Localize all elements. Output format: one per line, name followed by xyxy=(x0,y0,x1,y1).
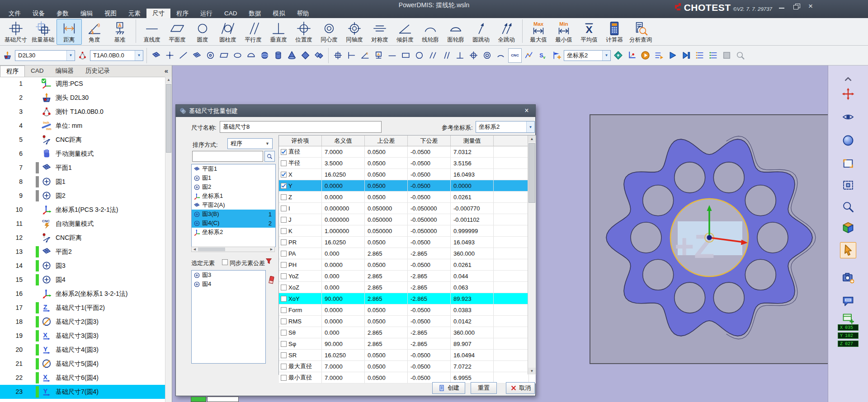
search-button[interactable] xyxy=(264,151,275,162)
element-list-item-圆1[interactable]: 圆1 xyxy=(192,173,275,182)
table-row-直径[interactable]: 直径7.00000.0500-0.05007.0312 xyxy=(279,146,536,158)
reset-button[interactable]: 重置 xyxy=(471,382,497,394)
ribbon-button-batch-basic[interactable]: 批量基础 xyxy=(29,19,57,45)
construct-angle-theta-button[interactable]: θ xyxy=(359,49,371,62)
row-checkbox[interactable] xyxy=(281,330,287,336)
tool-probe-path-button[interactable] xyxy=(523,49,535,62)
selected-element-item-圆4[interactable]: 圆4 xyxy=(192,280,265,289)
panel-collapse-icon[interactable]: « xyxy=(165,65,168,76)
tree-item-手动测量模式[interactable]: 6手动测量模式 xyxy=(0,147,165,161)
construct-perp-button[interactable] xyxy=(454,49,466,62)
cad-viewport[interactable]: +Z xyxy=(590,114,830,364)
run-play-orange-button[interactable] xyxy=(639,49,651,62)
ribbon-button-max[interactable]: Max最大值 xyxy=(526,19,551,45)
element-list-item-坐标系1[interactable]: 坐标系1 xyxy=(192,192,275,201)
run-axis-dot-button[interactable] xyxy=(626,49,638,62)
view-comment-bubble-button[interactable] xyxy=(840,293,856,309)
row-checkbox[interactable] xyxy=(281,364,287,369)
construct-arc-button[interactable] xyxy=(495,49,507,62)
minimize-button[interactable] xyxy=(778,4,785,9)
cnc-mode-button[interactable]: CNC xyxy=(508,48,522,63)
table-row-PR[interactable]: PR16.02500.0500-0.050016.0493 xyxy=(279,237,536,248)
ribbon-button-surface-profile[interactable]: 面轮廓 xyxy=(443,19,468,45)
run-search-gray-button[interactable] xyxy=(734,49,746,62)
element-list-item-圆2[interactable]: 圆2 xyxy=(192,182,275,192)
tree-scrollbar[interactable]: ▲ xyxy=(165,77,172,402)
ribbon-button-analysis[interactable]: 分析查询 xyxy=(627,19,654,45)
geometry-rect3d-button[interactable] xyxy=(218,49,230,62)
scroll-left-icon[interactable]: ◀ xyxy=(192,247,198,252)
cancel-button[interactable]: 取消 xyxy=(506,382,535,394)
menu-视图[interactable]: 视图 xyxy=(99,9,123,18)
run-list-2-button[interactable] xyxy=(707,49,719,62)
run-list-1-button[interactable] xyxy=(693,49,706,62)
element-list-item-坐标系2[interactable]: 坐标系2 xyxy=(192,228,275,237)
ribbon-button-position[interactable]: 位置度 xyxy=(291,19,316,45)
element-list[interactable]: 平面1圆1圆2坐标系1平面2(A)圆3(B)1圆4(C)2坐标系2 xyxy=(191,164,276,247)
view-eye-button[interactable] xyxy=(840,109,856,125)
view-move-tool-button[interactable] xyxy=(840,86,856,102)
table-row-J[interactable]: J0.0000000.050000-0.050000-0.001102 xyxy=(279,214,536,225)
ribbon-button-circular-runout[interactable]: 圆跳动 xyxy=(468,19,494,45)
construct-pos-sm-button[interactable] xyxy=(467,49,480,62)
tree-item-圆4[interactable]: 15圆4 xyxy=(0,273,165,287)
tab-CAD[interactable]: CAD xyxy=(25,65,50,77)
tree-item-基础尺寸5(圆4)[interactable]: 21基础尺寸5(圆4) xyxy=(0,357,165,371)
scroll-up-icon[interactable]: ▲ xyxy=(165,77,172,83)
tab-编辑器[interactable]: 编辑器 xyxy=(50,65,80,77)
tree-item-调用:PCS[interactable]: 1调用:PCS xyxy=(0,77,165,91)
csys-select[interactable]: 坐标系2▼ xyxy=(564,50,611,61)
menu-设备[interactable]: 设备 xyxy=(27,9,51,18)
table-row-XoY[interactable]: XoY90.0002.865-2.86589.923 xyxy=(279,293,536,304)
row-checkbox[interactable] xyxy=(281,352,287,358)
ribbon-button-straightness[interactable]: 直线度 xyxy=(139,19,165,45)
row-checkbox[interactable] xyxy=(281,251,287,257)
run-teal-diamond-button[interactable] xyxy=(612,49,624,62)
ribbon-button-parallelism[interactable]: 平行度 xyxy=(241,19,266,45)
tree-item-基础尺寸3(圆3)[interactable]: 19X基础尺寸3(圆3) xyxy=(0,329,165,343)
element-list-item-平面2(A)[interactable]: 平面2(A) xyxy=(192,201,275,210)
geometry-double-diamond-button[interactable] xyxy=(313,49,325,62)
row-checkbox[interactable] xyxy=(281,239,287,245)
ribbon-button-average[interactable]: X平均值 xyxy=(576,19,602,45)
element-list-hscroll[interactable]: ◀ ▶ xyxy=(191,247,275,252)
menu-模拟[interactable]: 模拟 xyxy=(267,9,291,18)
selected-element-list[interactable]: 圆3圆4 xyxy=(191,270,266,364)
view-select-cursor-button[interactable] xyxy=(840,242,856,258)
probe-select[interactable]: D2L30▼ xyxy=(15,50,75,61)
element-list-item-圆3(B)[interactable]: 圆3(B)1 xyxy=(192,210,275,219)
ribbon-button-concentricity[interactable]: 同心度 xyxy=(316,19,342,45)
chevron-down-icon[interactable]: ▼ xyxy=(526,122,534,132)
construct-parallel-button[interactable] xyxy=(440,49,453,62)
tool-flag-add-button[interactable] xyxy=(550,49,562,62)
tree-item-基础尺寸2(圆3)[interactable]: 18基础尺寸2(圆3) xyxy=(0,315,165,329)
column-header-评价项[interactable]: 评价项 xyxy=(279,136,322,146)
menu-CAD[interactable]: CAD xyxy=(218,9,243,18)
geometry-line-button[interactable] xyxy=(177,49,189,62)
ribbon-button-calculator[interactable]: 计算器 xyxy=(602,19,627,45)
ribbon-button-cylindricity[interactable]: 圆柱度 xyxy=(215,19,241,45)
ribbon-button-coaxiality[interactable]: 同轴度 xyxy=(342,19,367,45)
table-row-SR[interactable]: SR16.02500.0500-0.050016.0494 xyxy=(279,350,536,361)
table-row-Y[interactable]: Y0.00000.0500-0.05000.0000 xyxy=(279,180,536,192)
table-row-K[interactable]: K1.0000000.050000-0.0500000.999999 xyxy=(279,225,536,237)
scroll-thumb[interactable] xyxy=(198,248,225,251)
menu-编辑[interactable]: 编辑 xyxy=(75,9,99,18)
tree-item-单位: mm[interactable]: 4Inchmm单位: mm xyxy=(0,119,165,133)
table-row-Sθ[interactable]: Sθ0.0002.865-2.865360.000 xyxy=(279,327,536,338)
construct-tbar-button[interactable] xyxy=(345,49,358,62)
menu-程序[interactable]: 程序 xyxy=(170,9,194,18)
row-checkbox[interactable] xyxy=(281,194,287,200)
table-row-XoZ[interactable]: XoZ0.0002.865-2.8650.063 xyxy=(279,282,536,293)
menu-文件[interactable]: 文件 xyxy=(3,9,27,18)
chevron-down-icon[interactable]: ▼ xyxy=(265,141,269,146)
run-list-play-button[interactable] xyxy=(653,49,665,62)
chevron-down-icon[interactable]: ▼ xyxy=(135,51,143,61)
construct-hline-button[interactable] xyxy=(386,49,398,62)
view-snapshot-add-button[interactable] xyxy=(840,269,856,285)
table-row-半径[interactable]: 半径3.50000.0500-0.05003.5156 xyxy=(279,158,536,169)
table-row-最大直径[interactable]: 最大直径7.00000.0500-0.05007.0722 xyxy=(279,361,536,372)
run-play-end-button[interactable] xyxy=(680,49,692,62)
scroll-thumb[interactable] xyxy=(528,143,535,203)
tree-item-测针 T1A0.0B0.0[interactable]: 3测针 T1A0.0B0.0 xyxy=(0,105,165,119)
